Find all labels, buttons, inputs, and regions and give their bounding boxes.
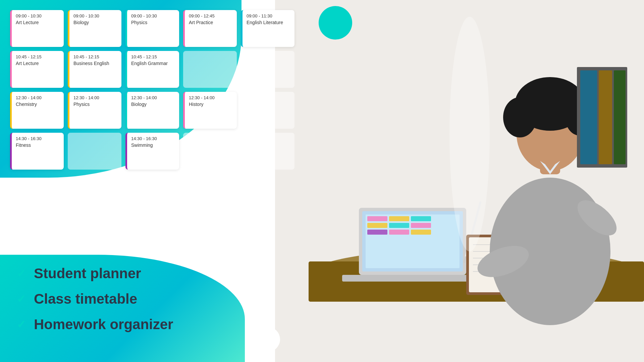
- timetable-card-r3-c1: [68, 133, 121, 170]
- circle-white-decoration: [255, 327, 280, 352]
- timetable-card-r1-c0: 10:45 - 12:15Art Lecture: [10, 51, 64, 88]
- svg-point-39: [449, 17, 490, 251]
- timetable-card-r3-c2: 14:30 - 16:30Swimming: [125, 133, 179, 170]
- timetable-card-r3-c0: 14:30 - 16:30Fitness: [10, 133, 64, 170]
- svg-rect-8: [389, 216, 409, 221]
- card-subject-r1-c2: English Grammar: [131, 61, 175, 66]
- checkmark-icon-1: ✓: [17, 293, 26, 305]
- timetable-card-r0-c2: 09:00 - 10:30Physics: [125, 10, 179, 47]
- card-subject-r0-c2: Physics: [131, 20, 175, 25]
- card-subject-r2-c1: Physics: [73, 102, 117, 107]
- feature-text-0: Student planner: [34, 265, 141, 282]
- card-time-r2-c0: 12:30 - 14:00: [16, 95, 60, 100]
- photo-background: [275, 0, 644, 362]
- card-subject-r0-c4: English Literature: [247, 20, 290, 25]
- svg-rect-10: [367, 223, 387, 228]
- card-time-r2-c3: 12:30 - 14:00: [189, 95, 233, 100]
- card-subject-r0-c0: Art Lecture: [16, 20, 60, 25]
- card-time-r0-c0: 09:00 - 10:30: [16, 13, 60, 18]
- timetable-card-r0-c4: 09:00 - 11:30English Literature: [241, 10, 294, 47]
- timetable-card-r2-c4: [241, 92, 294, 129]
- timetable-grid: 09:00 - 10:30Art Lecture09:00 - 10:30Bio…: [10, 10, 294, 170]
- svg-point-32: [503, 97, 537, 137]
- card-time-r0-c4: 09:00 - 11:30: [247, 13, 290, 18]
- svg-rect-7: [367, 216, 387, 221]
- student-scene-svg: [275, 0, 644, 362]
- card-subject-r0-c1: Biology: [73, 20, 117, 25]
- timetable-card-r0-c0: 09:00 - 10:30Art Lecture: [10, 10, 64, 47]
- student-photo-area: [275, 0, 644, 362]
- card-time-r1-c2: 10:45 - 12:15: [131, 54, 175, 59]
- card-time-r1-c1: 10:45 - 12:15: [73, 54, 117, 59]
- card-time-r3-c2: 14:30 - 16:30: [131, 136, 175, 141]
- card-time-r2-c1: 12:30 - 14:00: [73, 95, 117, 100]
- features-list: ✓Student planner✓Class timetable✓Homewor…: [17, 265, 173, 342]
- card-time-r0-c1: 09:00 - 10:30: [73, 13, 117, 18]
- card-subject-r1-c0: Art Lecture: [16, 61, 60, 66]
- timetable-card-r2-c2: 12:30 - 14:00Biology: [125, 92, 179, 129]
- svg-rect-16: [342, 275, 483, 282]
- svg-rect-38: [614, 70, 626, 164]
- timetable-card-r3-c4: [241, 133, 294, 170]
- timetable-card-r2-c1: 12:30 - 14:00Physics: [68, 92, 121, 129]
- card-time-r0-c3: 09:00 - 12:45: [189, 13, 233, 18]
- feature-item-1: ✓Class timetable: [17, 291, 173, 307]
- feature-text-1: Class timetable: [34, 291, 137, 307]
- card-time-r0-c2: 09:00 - 10:30: [131, 13, 175, 18]
- card-time-r1-c0: 10:45 - 12:15: [16, 54, 60, 59]
- feature-item-0: ✓Student planner: [17, 265, 173, 282]
- feature-item-2: ✓Homework organizer: [17, 316, 173, 333]
- timetable-card-r1-c4: [241, 51, 294, 88]
- timetable-card-r0-c1: 09:00 - 10:30Biology: [68, 10, 121, 47]
- timetable-card-r1-c3: [183, 51, 237, 88]
- timetable-card-r3-c3: [183, 133, 237, 170]
- card-subject-r3-c0: Fitness: [16, 142, 60, 148]
- timetable-card-r2-c0: 12:30 - 14:00Chemistry: [10, 92, 64, 129]
- svg-rect-9: [411, 216, 431, 221]
- timetable-card-r1-c2: 10:45 - 12:15English Grammar: [125, 51, 179, 88]
- svg-rect-12: [411, 223, 431, 228]
- svg-rect-36: [580, 70, 597, 164]
- card-subject-r1-c1: Business English: [73, 61, 117, 66]
- card-time-r3-c0: 14:30 - 16:30: [16, 136, 60, 141]
- svg-rect-14: [389, 230, 409, 235]
- timetable-card-r1-c1: 10:45 - 12:15Business English: [68, 51, 121, 88]
- card-subject-r2-c0: Chemistry: [16, 102, 60, 107]
- card-subject-r2-c3: History: [189, 102, 233, 107]
- card-subject-r3-c2: Swimming: [131, 142, 175, 148]
- card-subject-r2-c2: Biology: [131, 102, 175, 107]
- feature-text-2: Homework organizer: [34, 316, 173, 333]
- checkmark-icon-2: ✓: [17, 318, 26, 331]
- svg-rect-6: [366, 215, 460, 268]
- svg-rect-13: [367, 230, 387, 235]
- timetable-card-r2-c3: 12:30 - 14:00History: [183, 92, 237, 129]
- card-subject-r0-c3: Art Practice: [189, 20, 233, 25]
- svg-rect-37: [599, 70, 612, 164]
- svg-rect-11: [389, 223, 409, 228]
- checkmark-icon-0: ✓: [17, 267, 26, 280]
- card-time-r2-c2: 12:30 - 14:00: [131, 95, 175, 100]
- timetable-card-r0-c3: 09:00 - 12:45Art Practice: [183, 10, 237, 47]
- svg-rect-15: [411, 230, 431, 235]
- circle-teal-decoration: [319, 6, 352, 40]
